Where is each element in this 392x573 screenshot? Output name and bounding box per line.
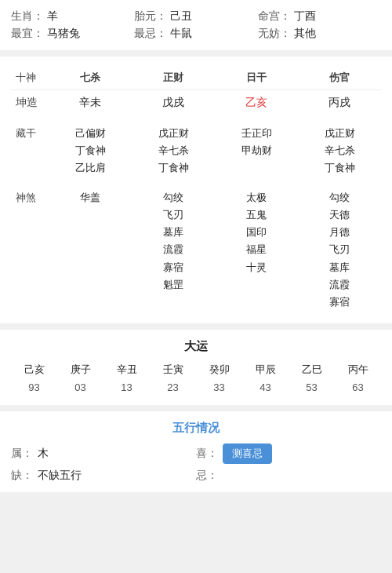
zanggan-col2: 戊正财 辛七杀 丁食神 — [132, 122, 215, 180]
zuiji-item: 最忌： 牛鼠 — [134, 27, 257, 41]
ji-item: 忌： — [196, 469, 381, 483]
wufang-value: 其他 — [294, 27, 316, 41]
top-info-section: 生肖： 羊 胎元： 己丑 命宫： 丁酉 最宜： 马猪兔 最忌： 牛鼠 无妨： 其… — [0, 0, 392, 50]
kunzao-col2: 戊戌 — [132, 90, 215, 115]
kunzao-col1: 辛未 — [49, 90, 132, 115]
zuiji-label: 最忌： — [134, 27, 167, 41]
shensha-col1: 华盖 — [49, 186, 132, 314]
shensha-col2: 勾绞 飞刃 墓库 流霞 寡宿 魁罡 — [132, 186, 215, 314]
dayun-num-5: 43 — [242, 379, 289, 396]
shu-value: 木 — [38, 447, 49, 461]
wufang-item: 无妨： 其他 — [258, 27, 381, 41]
dayun-num-3: 23 — [150, 379, 196, 396]
shengxiao-item: 生肖： 羊 — [11, 9, 134, 24]
zuiyi-value: 马猪兔 — [47, 27, 80, 41]
shensha-col3: 太极 五鬼 国印 福星 十灵 — [215, 186, 298, 314]
wufang-label: 无妨： — [258, 27, 291, 41]
bazi-section: 十神 七杀 正财 日干 伤官 坤造 辛未 戊戌 乙亥 丙戌 藏干 己偏财 丁食神… — [0, 57, 392, 323]
taiyuan-label: 胎元： — [134, 9, 167, 24]
wuxing-title: 五行情况 — [11, 421, 381, 436]
zanggan-col3: 壬正印 甲劫财 — [215, 122, 298, 180]
header-zhengcai: 正财 — [132, 66, 215, 90]
dayun-item-2: 辛丑 — [103, 360, 150, 379]
kunzao-col4: 丙戌 — [298, 90, 381, 115]
xi-item: 喜： 测喜忌 — [196, 443, 381, 464]
dayun-table: 己亥 庚子 辛丑 壬寅 癸卯 甲辰 乙巳 丙午 93 03 13 23 33 4… — [11, 360, 381, 396]
zanggan-col1: 己偏财 丁食神 乙比肩 — [49, 122, 132, 180]
dayun-item-5: 甲辰 — [242, 360, 289, 379]
wuxing-grid: 属： 木 喜： 测喜忌 缺： 不缺五行 忌： — [11, 443, 381, 483]
minggong-label: 命宫： — [258, 9, 291, 24]
zuiyi-item: 最宜： 马猪兔 — [11, 27, 134, 41]
header-rizhu: 日干 — [215, 66, 298, 90]
dayun-item-1: 庚子 — [57, 360, 103, 379]
dayun-item-3: 壬寅 — [150, 360, 196, 379]
shensha-row: 神煞 华盖 勾绞 飞刃 墓库 流霞 寡宿 魁罡 太极 五鬼 国印 福星 十灵 勾… — [11, 186, 381, 314]
zuiyi-label: 最宜： — [11, 27, 44, 41]
spacer-row1 — [11, 115, 381, 122]
shu-item: 属： 木 — [11, 443, 196, 464]
dayun-item-6: 乙巳 — [289, 360, 335, 379]
kunzao-label: 坤造 — [11, 90, 49, 115]
xi-label: 喜： — [196, 447, 218, 461]
dayun-num-6: 53 — [289, 379, 335, 396]
dayun-num-row: 93 03 13 23 33 43 53 63 — [11, 379, 381, 396]
dayun-num-1: 03 — [57, 379, 103, 396]
dayun-item-4: 癸卯 — [196, 360, 242, 379]
shengxiao-value: 羊 — [47, 9, 58, 24]
header-label: 十神 — [11, 66, 49, 90]
shu-label: 属： — [11, 447, 33, 461]
ceji-button[interactable]: 测喜忌 — [223, 443, 272, 464]
shensha-label: 神煞 — [11, 186, 49, 314]
wuxing-section: 五行情况 属： 木 喜： 测喜忌 缺： 不缺五行 忌： — [0, 411, 392, 492]
dayun-num-4: 33 — [196, 379, 242, 396]
taiyuan-item: 胎元： 己丑 — [134, 9, 257, 24]
header-shasha: 七杀 — [49, 66, 132, 90]
kunzao-col3: 乙亥 — [215, 90, 298, 115]
spacer-row2 — [11, 180, 381, 186]
header-row: 十神 七杀 正财 日干 伤官 — [11, 66, 381, 90]
zuiji-value: 牛鼠 — [170, 27, 192, 41]
dayun-section: 大运 己亥 庚子 辛丑 壬寅 癸卯 甲辰 乙巳 丙午 93 03 13 23 3… — [0, 330, 392, 405]
ji-label: 忌： — [196, 469, 218, 483]
zanggan-col4: 戊正财 辛七杀 丁食神 — [298, 122, 381, 180]
minggong-value: 丁酉 — [294, 9, 316, 24]
dayun-item-0: 己亥 — [11, 360, 57, 379]
shengxiao-label: 生肖： — [11, 9, 44, 24]
info-grid: 生肖： 羊 胎元： 己丑 命宫： 丁酉 最宜： 马猪兔 最忌： 牛鼠 无妨： 其… — [11, 9, 381, 41]
header-shangguan: 伤官 — [298, 66, 381, 90]
dayun-num-2: 13 — [103, 379, 150, 396]
kunzao-row: 坤造 辛未 戊戌 乙亥 丙戌 — [11, 90, 381, 115]
dayun-title: 大运 — [11, 339, 381, 354]
zanggan-row: 藏干 己偏财 丁食神 乙比肩 戊正财 辛七杀 丁食神 壬正印 甲劫财 戊正财 辛… — [11, 122, 381, 180]
que-label: 缺： — [11, 469, 33, 483]
que-value: 不缺五行 — [38, 469, 82, 483]
dayun-item-7: 丙午 — [335, 360, 381, 379]
dayun-num-0: 93 — [11, 379, 57, 396]
dayun-num-7: 63 — [335, 379, 381, 396]
shensha-col4: 勾绞 天德 月德 飞刃 墓库 流霞 寡宿 — [298, 186, 381, 314]
bazi-table: 十神 七杀 正财 日干 伤官 坤造 辛未 戊戌 乙亥 丙戌 藏干 己偏财 丁食神… — [11, 66, 381, 314]
dayun-ganzhi-row: 己亥 庚子 辛丑 壬寅 癸卯 甲辰 乙巳 丙午 — [11, 360, 381, 379]
taiyuan-value: 己丑 — [170, 9, 192, 24]
que-item: 缺： 不缺五行 — [11, 469, 196, 483]
minggong-item: 命宫： 丁酉 — [258, 9, 381, 24]
zanggan-label: 藏干 — [11, 122, 49, 180]
